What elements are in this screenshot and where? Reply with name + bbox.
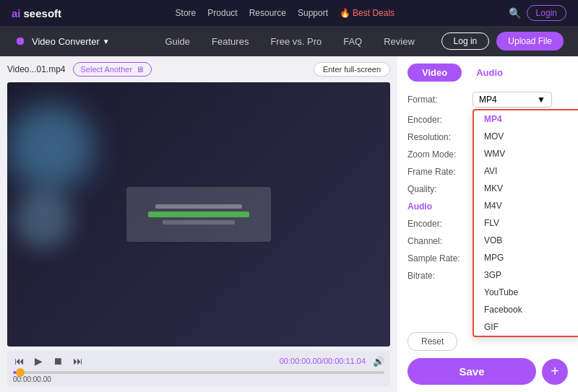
fast-forward-button[interactable]: ⏭ <box>72 354 85 368</box>
tab-video[interactable]: Video <box>407 64 462 82</box>
bitrate-label: Bitrate: <box>407 271 473 281</box>
filename-label: Video...01.mp4 <box>7 64 66 74</box>
top-nav-right: 🔍 Login <box>509 5 566 21</box>
dropdown-item-mkv[interactable]: MKV <box>474 180 578 197</box>
progress-thumb[interactable] <box>16 368 25 377</box>
video-controls: ⏮ ▶ ⏹ ⏭ 00:00:00.00/00:00:11.04 🔊 00:00:… <box>7 351 390 386</box>
thumbnail-bar-1 <box>155 204 242 209</box>
video-preview <box>7 82 390 347</box>
sec-nav-links: Guide Features Free vs. Pro FAQ Review <box>139 36 441 47</box>
main-content: Video...01.mp4 Select Another 🖥 Enter fu… <box>0 56 578 392</box>
upload-file-button[interactable]: Upload File <box>496 32 564 51</box>
samplerate-label: Sample Rate: <box>407 253 473 263</box>
log-in-button[interactable]: Log in <box>441 32 490 50</box>
zoom-label: Zoom Mode: <box>407 149 473 160</box>
video-blur-effect-1 <box>7 104 94 191</box>
right-panel: Video Audio Format: MP4 ▼ MP4 MOV WMV AV… <box>397 56 578 392</box>
sec-nav: ⏺ Video Converter ▼ Guide Features Free … <box>0 26 578 56</box>
save-row: Save + <box>407 358 568 385</box>
search-icon[interactable]: 🔍 <box>509 7 521 19</box>
resolution-label: Resolution: <box>407 132 473 142</box>
dropdown-item-mp4[interactable]: MP4 <box>474 110 578 128</box>
format-dropdown-wrapper: MP4 ▼ MP4 MOV WMV AVI MKV M4V FLV VOB MP… <box>473 92 552 108</box>
converter-label-group: ⏺ Video Converter ▼ <box>14 35 110 48</box>
encoder-label: Encoder: <box>407 115 473 125</box>
right-panel-bottom: Reset Save + <box>407 332 568 385</box>
video-center-thumbnail <box>126 187 271 242</box>
features-link[interactable]: Features <box>212 36 249 47</box>
thumbnail-bar-3 <box>163 220 235 225</box>
support-link[interactable]: Support <box>298 8 328 18</box>
resource-link[interactable]: Resource <box>249 8 286 18</box>
volume-icon[interactable]: 🔊 <box>373 356 384 367</box>
dropdown-item-wmv[interactable]: WMV <box>474 145 578 162</box>
progress-bar[interactable] <box>13 371 384 374</box>
reset-button[interactable]: Reset <box>407 332 457 351</box>
controls-row: ⏮ ▶ ⏹ ⏭ 00:00:00.00/00:00:11.04 🔊 <box>13 354 384 368</box>
audio-section-label: Audio <box>407 201 473 212</box>
format-dropdown-button[interactable]: MP4 ▼ <box>473 92 552 108</box>
format-dropdown-list: MP4 MOV WMV AVI MKV M4V FLV VOB MPG 3GP … <box>473 109 578 337</box>
sec-nav-right: Log in Upload File <box>441 32 564 51</box>
audio-encoder-label: Encoder: <box>407 219 473 229</box>
dropdown-item-3gp[interactable]: 3GP <box>474 266 578 284</box>
format-row: Format: MP4 ▼ MP4 MOV WMV AVI MKV M4V FL… <box>407 90 568 109</box>
current-time-label: 00:00:00.00 <box>13 375 384 383</box>
best-deals-link[interactable]: 🔥 Best Deals <box>340 8 394 18</box>
dropdown-item-m4v[interactable]: M4V <box>474 197 578 214</box>
format-label: Format: <box>407 95 473 105</box>
tabs-row: Video Audio <box>407 64 568 82</box>
dropdown-item-mpg[interactable]: MPG <box>474 249 578 266</box>
review-link[interactable]: Review <box>384 36 415 47</box>
save-plus-button[interactable]: + <box>542 359 568 385</box>
thumbnail-bar-2 <box>148 212 249 217</box>
free-vs-pro-link[interactable]: Free vs. Pro <box>270 36 322 47</box>
dropdown-chevron-icon: ▼ <box>537 95 545 105</box>
store-link[interactable]: Store <box>176 8 197 18</box>
rewind-button[interactable]: ⏮ <box>13 354 26 368</box>
dropdown-item-youtube[interactable]: YouTube <box>474 284 578 301</box>
left-panel: Video...01.mp4 Select Another 🖥 Enter fu… <box>0 56 397 392</box>
converter-icon: ⏺ <box>14 35 26 48</box>
converter-label: Video Converter ▼ <box>32 36 110 47</box>
logo-rest: seesoft <box>24 7 62 19</box>
top-nav-links: Store Product Resource Support 🔥 Best De… <box>176 8 394 18</box>
logo-ai: ai <box>12 7 21 19</box>
dropdown-item-vob[interactable]: VOB <box>474 232 578 249</box>
login-button[interactable]: Login <box>527 5 566 21</box>
play-button[interactable]: ▶ <box>33 354 44 368</box>
stop-button[interactable]: ⏹ <box>51 354 64 368</box>
channel-label: Channel: <box>407 236 473 246</box>
video-blur-effect-2 <box>14 191 72 248</box>
select-another-button[interactable]: Select Another 🖥 <box>73 62 152 77</box>
dropdown-item-mov[interactable]: MOV <box>474 128 578 145</box>
video-placeholder <box>7 82 390 347</box>
time-display: 00:00:00.00/00:00:11.04 <box>280 357 366 365</box>
quality-label: Quality: <box>407 184 473 194</box>
product-link[interactable]: Product <box>207 8 237 18</box>
dropdown-item-avi[interactable]: AVI <box>474 162 578 180</box>
chevron-down-icon: ▼ <box>103 38 110 45</box>
fullscreen-button[interactable]: Enter full-screen <box>314 62 390 77</box>
save-button[interactable]: Save <box>407 358 536 385</box>
file-bar: Video...01.mp4 Select Another 🖥 Enter fu… <box>7 62 390 77</box>
faq-link[interactable]: FAQ <box>343 36 362 47</box>
logo: aiseesoft <box>12 7 61 19</box>
dropdown-item-facebook[interactable]: Facebook <box>474 301 578 318</box>
top-nav: aiseesoft Store Product Resource Support… <box>0 0 578 26</box>
dropdown-item-flv[interactable]: FLV <box>474 214 578 232</box>
monitor-icon: 🖥 <box>136 65 144 74</box>
guide-link[interactable]: Guide <box>165 36 190 47</box>
dropdown-item-gif[interactable]: GIF <box>474 318 578 336</box>
framerate-label: Frame Rate: <box>407 167 473 177</box>
tab-audio[interactable]: Audio <box>462 64 517 82</box>
